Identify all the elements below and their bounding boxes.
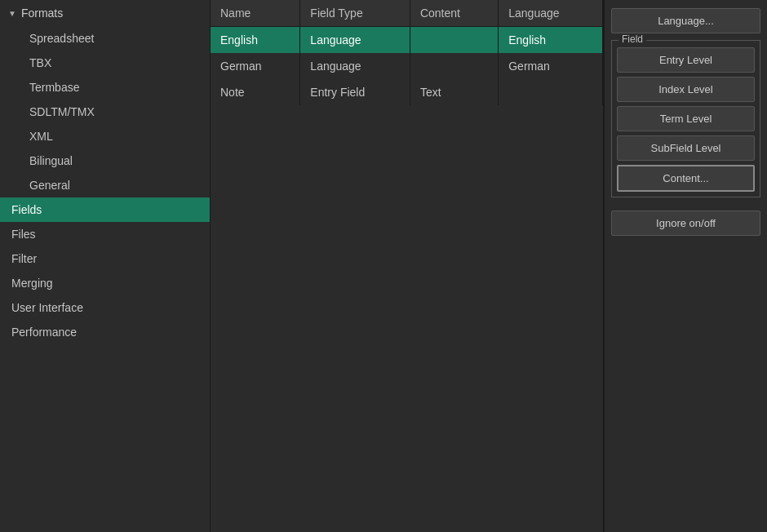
sidebar-item-sdltmx[interactable]: SDLTM/TMX	[0, 100, 210, 124]
sidebar-item-bilingual[interactable]: Bilingual	[0, 149, 210, 173]
fields-table: Name Field Type Content Language English…	[211, 0, 603, 105]
table-cell-language: German	[499, 53, 603, 79]
spacer	[611, 202, 760, 206]
field-group-box: Field Entry Level Index Level Term Level…	[611, 40, 760, 197]
content-split: Name Field Type Content Language English…	[211, 0, 767, 532]
sidebar-item-termbase[interactable]: Termbase	[0, 75, 210, 100]
sidebar-item-general[interactable]: General	[0, 173, 210, 197]
content-button[interactable]: Content...	[617, 165, 755, 192]
sidebar: ▼ Formats Spreadsheet TBX Termbase SDLTM…	[0, 0, 211, 532]
table-cell-language: English	[499, 27, 603, 54]
sidebar-item-files[interactable]: Files	[0, 222, 210, 246]
sidebar-item-user-interface[interactable]: User Interface	[0, 295, 210, 320]
table-cell-field-type: Language	[300, 53, 410, 79]
table-cell-name: German	[211, 53, 300, 79]
formats-arrow-icon: ▼	[8, 9, 16, 18]
index-level-button[interactable]: Index Level	[617, 77, 755, 102]
table-header-name: Name	[211, 0, 300, 27]
subfield-level-button[interactable]: SubField Level	[617, 135, 755, 161]
table-cell-content: Text	[410, 79, 498, 105]
sidebar-item-tbx[interactable]: TBX	[0, 51, 210, 75]
table-cell-field-type: Language	[300, 27, 410, 54]
table-row[interactable]: German Language German	[211, 53, 603, 79]
sidebar-item-spreadsheet[interactable]: Spreadsheet	[0, 26, 210, 51]
table-area: Name Field Type Content Language English…	[211, 0, 604, 532]
table-header-field-type: Field Type	[300, 0, 410, 27]
sidebar-item-merging[interactable]: Merging	[0, 271, 210, 295]
table-cell-content	[410, 27, 498, 54]
table-cell-name: English	[211, 27, 300, 54]
term-level-button[interactable]: Term Level	[617, 106, 755, 131]
sidebar-item-performance[interactable]: Performance	[0, 320, 210, 344]
entry-level-button[interactable]: Entry Level	[617, 47, 755, 73]
language-button[interactable]: Language...	[611, 8, 760, 33]
main-content: Name Field Type Content Language English…	[211, 0, 767, 532]
formats-group: ▼ Formats Spreadsheet TBX Termbase SDLTM…	[0, 0, 210, 197]
sidebar-item-fields[interactable]: Fields	[0, 197, 210, 222]
table-row[interactable]: Note Entry Field Text	[211, 79, 603, 105]
table-cell-field-type: Entry Field	[300, 79, 410, 105]
table-header-language: Language	[499, 0, 603, 27]
table-row[interactable]: English Language English	[211, 27, 603, 54]
right-panel: Language... Field Entry Level Index Leve…	[604, 0, 767, 532]
table-header-row: Name Field Type Content Language	[211, 0, 603, 27]
ignore-button[interactable]: Ignore on/off	[611, 211, 760, 236]
table-header-content: Content	[410, 0, 498, 27]
field-group-label: Field	[618, 33, 646, 45]
table-cell-name: Note	[211, 79, 300, 105]
sidebar-item-filter[interactable]: Filter	[0, 246, 210, 271]
formats-group-header[interactable]: ▼ Formats	[0, 0, 210, 26]
sidebar-item-xml[interactable]: XML	[0, 124, 210, 149]
formats-group-label: Formats	[21, 7, 63, 20]
table-cell-language	[499, 79, 603, 105]
table-cell-content	[410, 53, 498, 79]
